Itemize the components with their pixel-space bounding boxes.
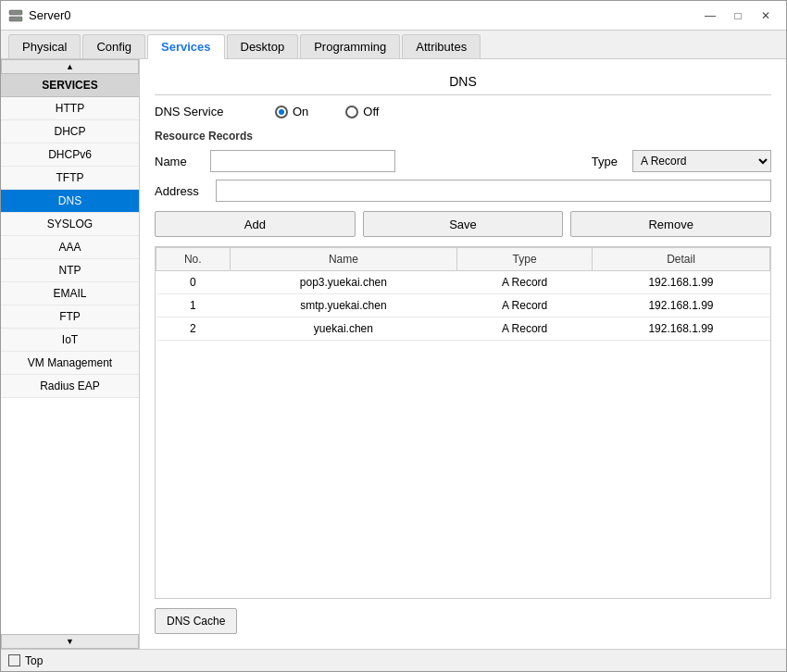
table-row[interactable]: 1 smtp.yuekai.chen A Record 192.168.1.99 [156,294,770,317]
sidebar-item-dns[interactable]: DNS [1,190,139,213]
tab-attributes[interactable]: Attributes [402,34,481,58]
records-table: No. Name Type Detail 0 pop3.yuekai.chen … [155,246,771,599]
radio-on-circle [275,106,288,118]
radio-off-label: Off [363,105,379,118]
table-row[interactable]: 0 pop3.yuekai.chen A Record 192.168.1.99 [156,271,770,294]
sidebar-scroll-up[interactable]: ▲ [1,59,139,74]
address-input[interactable] [216,180,771,202]
col-type: Type [457,248,593,271]
name-input[interactable] [210,150,395,172]
sidebar-item-aaa[interactable]: AAA [1,236,139,259]
type-select[interactable]: A Record AAAA Record CNAME Record MX Rec… [632,150,771,172]
cell-no: 0 [156,271,231,294]
radio-on-label: On [293,105,308,118]
maximize-button[interactable]: □ [725,6,751,25]
title-controls: — □ ✕ [697,6,779,25]
minimize-button[interactable]: — [697,6,723,25]
remove-button[interactable]: Remove [570,211,771,237]
cell-no: 2 [156,317,231,341]
cell-name: yuekai.chen [230,317,457,341]
sidebar-scroll-down[interactable]: ▼ [1,634,139,649]
col-detail: Detail [592,248,769,271]
sidebar-item-radius-eap[interactable]: Radius EAP [1,375,139,398]
tab-desktop[interactable]: Desktop [227,34,299,58]
dns-service-label: DNS Service [155,105,247,118]
cell-detail: 192.168.1.99 [592,294,769,317]
table-header-row: No. Name Type Detail [156,248,770,271]
cell-name: pop3.yuekai.chen [230,271,457,294]
name-label: Name [155,155,201,168]
address-label: Address [155,184,206,198]
type-label: Type [592,155,618,168]
tab-services[interactable]: Services [147,34,225,59]
window-title: Server0 [29,8,71,22]
radio-off-circle [345,106,358,118]
main-window: Server0 — □ ✕ Physical Config Services D… [0,0,787,672]
sidebar-item-ntp[interactable]: NTP [1,259,139,282]
sidebar-item-http[interactable]: HTTP [1,97,139,120]
dns-cache-button[interactable]: DNS Cache [155,608,237,634]
cell-type: A Record [457,271,593,294]
col-no: No. [156,248,231,271]
radio-off[interactable]: Off [345,105,379,118]
bottom-row: DNS Cache [155,608,771,634]
sidebar-item-vm-management[interactable]: VM Management [1,352,139,375]
tab-config[interactable]: Config [82,34,145,58]
sidebar: ▲ SERVICES HTTP DHCP DHCPv6 TFTP DNS SYS… [1,59,140,649]
sidebar-item-iot[interactable]: IoT [1,329,139,352]
resource-records-title: Resource Records [155,130,771,143]
title-bar: Server0 — □ ✕ [1,1,786,31]
radio-group: On Off [275,105,379,118]
cell-name: smtp.yuekai.chen [230,294,457,317]
cell-detail: 192.168.1.99 [592,317,769,341]
status-checkbox[interactable] [8,654,20,666]
add-button[interactable]: Add [155,211,356,237]
sidebar-item-syslog[interactable]: SYSLOG [1,213,139,236]
sidebar-list: HTTP DHCP DHCPv6 TFTP DNS SYSLOG AAA NTP… [1,97,139,634]
tab-programming[interactable]: Programming [300,34,400,58]
close-button[interactable]: ✕ [753,6,779,25]
cell-type: A Record [457,294,593,317]
tab-bar: Physical Config Services Desktop Program… [1,31,786,59]
cell-type: A Record [457,317,593,341]
col-name: Name [230,248,457,271]
tab-physical[interactable]: Physical [8,34,81,58]
save-button[interactable]: Save [363,211,564,237]
cell-detail: 192.168.1.99 [592,271,769,294]
table-row[interactable]: 2 yuekai.chen A Record 192.168.1.99 [156,317,770,341]
dns-service-row: DNS Service On Off [155,105,771,118]
sidebar-item-dhcp[interactable]: DHCP [1,120,139,143]
sidebar-item-tftp[interactable]: TFTP [1,167,139,190]
name-type-row: Name Type A Record AAAA Record CNAME Rec… [155,150,771,172]
sidebar-item-dhcpv6[interactable]: DHCPv6 [1,143,139,167]
svg-point-3 [19,18,20,19]
status-label: Top [25,654,43,667]
radio-on[interactable]: On [275,105,308,118]
content-area: ▲ SERVICES HTTP DHCP DHCPv6 TFTP DNS SYS… [1,59,786,649]
main-panel: DNS DNS Service On Off Resource Records [140,59,786,649]
server-icon [8,8,23,23]
sidebar-item-ftp[interactable]: FTP [1,305,139,329]
sidebar-item-email[interactable]: EMAIL [1,282,139,305]
title-left: Server0 [8,8,71,23]
cell-no: 1 [156,294,231,317]
action-buttons: Add Save Remove [155,211,771,237]
address-row: Address [155,180,771,202]
svg-point-2 [19,11,20,13]
sidebar-header: SERVICES [1,74,139,97]
panel-title: DNS [155,74,771,95]
status-bar: Top [1,649,786,671]
